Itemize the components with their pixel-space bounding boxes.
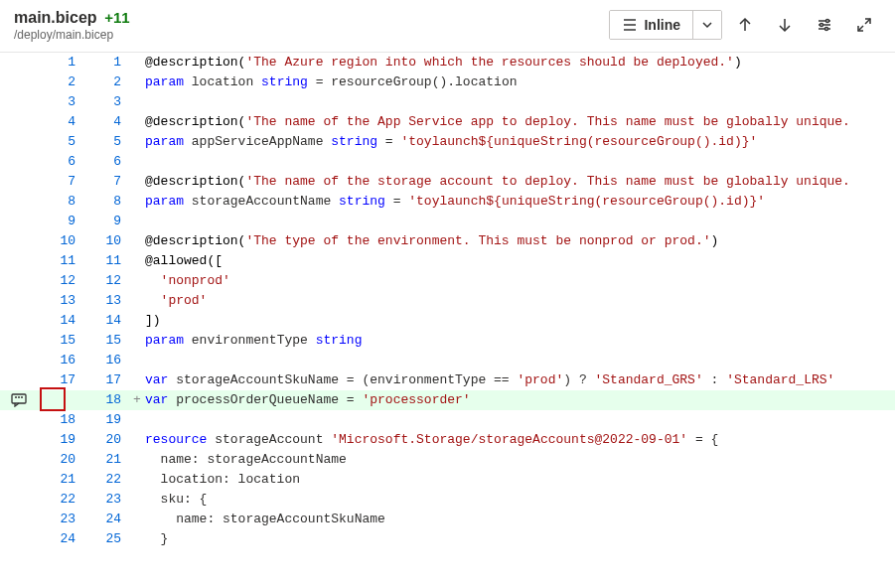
- svg-point-8: [826, 20, 829, 23]
- new-line-number: 5: [83, 132, 129, 152]
- comment-gutter[interactable]: [0, 73, 38, 92]
- comment-gutter[interactable]: [0, 450, 38, 470]
- comment-gutter[interactable]: [0, 152, 38, 172]
- comment-gutter[interactable]: [0, 112, 38, 132]
- file-header: main.bicep +11 /deploy/main.bicep Inline: [0, 0, 895, 53]
- settings-icon: [817, 17, 832, 33]
- svg-rect-13: [12, 394, 26, 403]
- diff-mark: [129, 370, 145, 390]
- toolbar: Inline: [609, 8, 881, 42]
- diff-mark: [129, 450, 145, 470]
- new-line-number: 21: [83, 450, 129, 470]
- comment-gutter[interactable]: [0, 510, 38, 529]
- new-line-number: 9: [83, 212, 129, 231]
- code-content: 'prod': [145, 291, 895, 311]
- code-content: name: storageAccountName: [145, 450, 895, 470]
- old-line-number: 17: [38, 370, 83, 390]
- old-line-number: 9: [38, 212, 83, 231]
- code-line[interactable]: 99: [0, 212, 895, 231]
- diff-mark: [129, 53, 145, 73]
- diff-mark: [129, 172, 145, 192]
- code-line[interactable]: 1616: [0, 351, 895, 370]
- comment-gutter[interactable]: [0, 410, 38, 430]
- comment-gutter[interactable]: [0, 231, 38, 251]
- change-count-badge: +11: [104, 9, 129, 26]
- code-line[interactable]: 2425 }: [0, 529, 895, 549]
- comment-gutter[interactable]: [0, 470, 38, 490]
- code-line[interactable]: 1819: [0, 410, 895, 430]
- code-content: param storageAccountName string = 'toyla…: [145, 192, 895, 212]
- new-line-number: 16: [83, 351, 129, 370]
- code-line[interactable]: 22param location string = resourceGroup(…: [0, 73, 895, 92]
- comment-gutter[interactable]: [0, 132, 38, 152]
- view-mode-button[interactable]: Inline: [610, 11, 692, 39]
- prev-diff-button[interactable]: [728, 8, 762, 42]
- code-line[interactable]: 2324 name: storageAccountSkuName: [0, 510, 895, 529]
- diff-viewer[interactable]: 11@description('The Azure region into wh…: [0, 53, 895, 549]
- diff-mark: [129, 331, 145, 351]
- code-content: var processOrderQueueName = 'processorde…: [145, 390, 895, 410]
- comment-gutter[interactable]: [0, 529, 38, 549]
- code-line[interactable]: 1212 'nonprod': [0, 271, 895, 291]
- view-mode-dropdown[interactable]: [692, 11, 721, 39]
- file-path: /deploy/main.bicep: [14, 28, 609, 42]
- comment-gutter[interactable]: [0, 311, 38, 331]
- comment-gutter[interactable]: [0, 430, 38, 450]
- code-content: @description('The name of the storage ac…: [145, 172, 895, 192]
- next-diff-button[interactable]: [768, 8, 802, 42]
- code-line[interactable]: 2021 name: storageAccountName: [0, 450, 895, 470]
- old-line-number: 6: [38, 152, 83, 172]
- comment-gutter[interactable]: [0, 351, 38, 370]
- code-line[interactable]: 1313 'prod': [0, 291, 895, 311]
- diff-mark: [129, 510, 145, 529]
- new-line-number: 6: [83, 152, 129, 172]
- comment-gutter[interactable]: [0, 172, 38, 192]
- code-line[interactable]: 1010@description('The type of the enviro…: [0, 231, 895, 251]
- code-line[interactable]: 11@description('The Azure region into wh…: [0, 53, 895, 73]
- old-line-number: 3: [38, 92, 83, 112]
- diff-mark: [129, 351, 145, 370]
- new-line-number: 10: [83, 231, 129, 251]
- diff-settings-button[interactable]: [808, 8, 841, 42]
- comment-gutter[interactable]: [0, 212, 38, 231]
- code-line[interactable]: 1717var storageAccountSkuName = (environ…: [0, 370, 895, 390]
- diff-mark: [129, 132, 145, 152]
- code-line[interactable]: 1920resource storageAccount 'Microsoft.S…: [0, 430, 895, 450]
- code-line[interactable]: 55param appServiceAppName string = 'toyl…: [0, 132, 895, 152]
- comment-gutter[interactable]: [0, 271, 38, 291]
- code-line[interactable]: 1515param environmentType string: [0, 331, 895, 351]
- diff-mark: [129, 231, 145, 251]
- code-line[interactable]: 66: [0, 152, 895, 172]
- code-line[interactable]: 18+var processOrderQueueName = 'processo…: [0, 390, 895, 410]
- old-line-number: 13: [38, 291, 83, 311]
- old-line-number: 10: [38, 231, 83, 251]
- code-line[interactable]: 33: [0, 92, 895, 112]
- code-line[interactable]: 1414]): [0, 311, 895, 331]
- add-comment-button[interactable]: [9, 391, 29, 409]
- comment-gutter[interactable]: [0, 192, 38, 212]
- comment-gutter[interactable]: [0, 370, 38, 390]
- code-content: 'nonprod': [145, 271, 895, 291]
- old-line-number: 22: [38, 490, 83, 510]
- comment-gutter[interactable]: [0, 390, 38, 410]
- diff-mark: [129, 291, 145, 311]
- code-line[interactable]: 2122 location: location: [0, 470, 895, 490]
- expand-button[interactable]: [847, 8, 881, 42]
- comment-gutter[interactable]: [0, 92, 38, 112]
- new-line-number: 7: [83, 172, 129, 192]
- comment-gutter[interactable]: [0, 251, 38, 271]
- comment-gutter[interactable]: [0, 490, 38, 510]
- code-content: sku: {: [145, 490, 895, 510]
- comment-gutter[interactable]: [0, 291, 38, 311]
- diff-mark: [129, 112, 145, 132]
- code-line[interactable]: 44@description('The name of the App Serv…: [0, 112, 895, 132]
- code-line[interactable]: 88param storageAccountName string = 'toy…: [0, 192, 895, 212]
- code-content: name: storageAccountSkuName: [145, 510, 895, 529]
- comment-gutter[interactable]: [0, 53, 38, 73]
- code-line[interactable]: 2223 sku: {: [0, 490, 895, 510]
- comment-gutter[interactable]: [0, 331, 38, 351]
- old-line-number: [38, 390, 83, 410]
- code-line[interactable]: 1111@allowed([: [0, 251, 895, 271]
- code-line[interactable]: 77@description('The name of the storage …: [0, 172, 895, 192]
- file-info: main.bicep +11 /deploy/main.bicep: [14, 9, 609, 42]
